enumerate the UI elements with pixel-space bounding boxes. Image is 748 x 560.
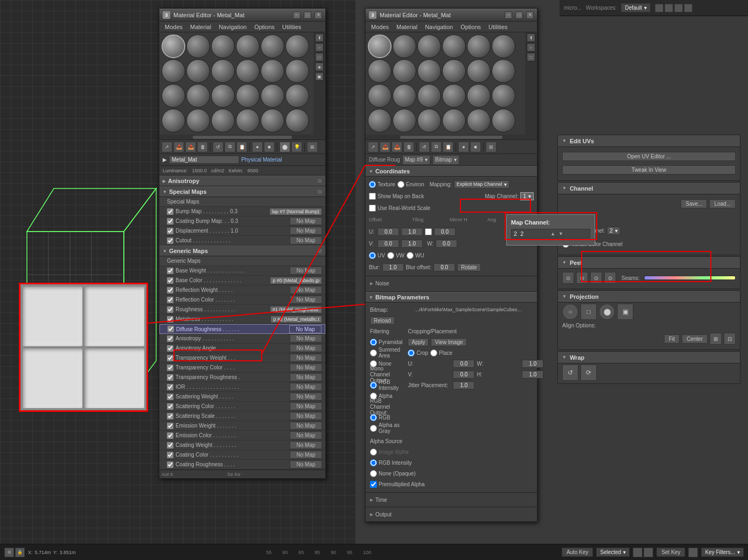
peel-icon-1[interactable]: ⊙ <box>562 272 574 284</box>
r-tb-pick[interactable]: ↗ <box>368 142 379 152</box>
tb-put-left[interactable]: 📤 <box>185 142 196 152</box>
wrap-icon-1[interactable]: ↺ <box>562 365 578 381</box>
summed-area-radio-label[interactable]: Summed Area <box>370 347 402 359</box>
diffuse-roughness-value[interactable]: No Map <box>289 325 321 333</box>
r-sphere-24[interactable] <box>492 109 515 132</box>
ch-popup-arrow-up[interactable]: ▲ <box>550 231 555 236</box>
reflection-color-value[interactable]: No Map <box>290 296 322 304</box>
auto-key-btn[interactable]: Auto Key <box>562 548 593 557</box>
r-sidebar-btn-2[interactable]: ○ <box>527 43 535 52</box>
base-color-check[interactable] <box>167 277 173 284</box>
key-filters-dropdown[interactable]: Key Filters... ▾ <box>701 548 744 557</box>
sphere-3[interactable] <box>211 34 235 58</box>
status-icon-2[interactable]: 🔒 <box>15 548 25 557</box>
map-channel-dropdown[interactable]: 1 ▾ <box>520 192 534 200</box>
scattering-weight-value[interactable]: No Map <box>290 393 322 401</box>
crop-u-input[interactable] <box>453 360 474 368</box>
map-number-dropdown[interactable]: Map #9 ▾ <box>402 155 430 165</box>
tb-box-left[interactable]: ■ <box>264 142 275 152</box>
sphere-scroll-left[interactable] <box>159 135 325 140</box>
sphere-22[interactable] <box>236 109 260 132</box>
environ-radio-label[interactable]: Environ <box>397 181 424 188</box>
real-world-label[interactable]: Use Real-World Scale <box>369 205 430 212</box>
sphere-4[interactable] <box>236 34 260 58</box>
tb-reset-left[interactable]: ↺ <box>213 142 223 152</box>
minimize-btn-right[interactable]: ─ <box>505 11 512 19</box>
proj-icon-flat[interactable]: ▣ <box>617 304 633 320</box>
r-sidebar-btn-1[interactable]: ⬆ <box>527 33 535 42</box>
u-tiling-input[interactable] <box>401 228 423 236</box>
tb-sphere-left[interactable]: ● <box>252 142 263 152</box>
crop-radio[interactable] <box>408 349 415 356</box>
transparency-roughness-check[interactable] <box>167 374 173 381</box>
fit-btn[interactable]: Fit <box>664 334 680 344</box>
ws-icon-3[interactable] <box>674 4 683 12</box>
status-icon-1[interactable]: ⊞ <box>4 548 14 557</box>
peel-header[interactable]: ▼ Peel <box>558 257 740 269</box>
scattering-color-check[interactable] <box>167 403 173 410</box>
scattering-weight-check[interactable] <box>167 394 173 400</box>
sphere-scroll-right[interactable] <box>366 135 537 140</box>
reflection-weight-check[interactable] <box>167 287 173 293</box>
noise-header[interactable]: ▶ Noise <box>370 278 533 288</box>
menu-modes-right[interactable]: Modes <box>368 23 392 31</box>
blur-offset-input[interactable] <box>434 263 455 271</box>
crop-radio-label[interactable]: Crop <box>408 349 428 356</box>
coating-bump-value[interactable]: No Map <box>290 217 322 225</box>
output-header[interactable]: ▶ Output <box>370 509 533 519</box>
r-sphere-6[interactable] <box>492 34 515 58</box>
bump-map-value[interactable]: lap #7 (Normal Bump) <box>269 208 322 215</box>
displacement-value[interactable]: No Map <box>290 227 322 235</box>
base-weight-value[interactable]: No Map <box>290 267 322 275</box>
sphere-16[interactable] <box>236 84 260 108</box>
anisotropy-param-value[interactable]: No Map <box>290 334 322 342</box>
r-sphere-17[interactable] <box>467 84 491 108</box>
section-special-maps[interactable]: ▼ Special Maps ⊟ <box>159 186 325 197</box>
uv-label[interactable]: UV <box>369 252 385 259</box>
image-alpha-radio[interactable] <box>370 449 377 456</box>
r-sphere-22[interactable] <box>442 109 466 132</box>
sphere-21[interactable] <box>211 109 235 132</box>
emission-color-value[interactable]: No Map <box>290 431 322 439</box>
transparency-weight-check[interactable] <box>167 355 173 361</box>
texture-radio-label[interactable]: Texture <box>369 181 395 188</box>
scattering-scale-check[interactable] <box>167 413 173 419</box>
menu-utilities-right[interactable]: Utilities <box>485 23 511 31</box>
wu-radio[interactable] <box>407 252 414 259</box>
w-input[interactable] <box>436 240 457 248</box>
cutout-value[interactable]: No Map <box>290 236 322 244</box>
ch-popup-arrow-down[interactable]: ▼ <box>558 231 563 236</box>
blur-input[interactable] <box>382 263 404 271</box>
map-type-dropdown[interactable]: Bitmap ▾ <box>432 155 459 165</box>
tb-bg-left[interactable]: ⬤ <box>279 142 290 152</box>
ior-check[interactable] <box>167 384 173 390</box>
coating-color-check[interactable] <box>167 452 173 458</box>
anisotropy-angle-value[interactable]: No Map <box>290 344 322 352</box>
r-sphere-4[interactable] <box>442 34 466 58</box>
anisotropy-param-check[interactable] <box>167 335 173 342</box>
r-sphere-9[interactable] <box>417 59 441 83</box>
r-tb-get[interactable]: 📥 <box>380 142 390 152</box>
premultiplied-check[interactable] <box>370 481 377 488</box>
jitter-input[interactable] <box>453 381 474 389</box>
r-tb-nav[interactable]: ⊞ <box>486 142 497 152</box>
base-weight-check[interactable] <box>167 268 173 274</box>
maximize-btn-left[interactable]: □ <box>304 11 311 19</box>
r-sphere-11[interactable] <box>467 59 491 83</box>
r-tb-paste[interactable]: 📋 <box>443 142 453 152</box>
emission-color-check[interactable] <box>167 432 173 439</box>
emission-weight-check[interactable] <box>167 423 173 429</box>
coating-color-value[interactable]: No Map <box>290 451 322 459</box>
r-sphere-20[interactable] <box>393 109 416 132</box>
sidebar-btn-2[interactable]: ○ <box>315 43 324 52</box>
roughness-value[interactable]: #1 (Metal_roughness. <box>270 306 322 313</box>
edit-uvs-header[interactable]: ▼ Edit UVs <box>558 135 740 147</box>
sphere-1[interactable] <box>162 34 185 58</box>
real-world-check[interactable] <box>369 205 376 212</box>
tb-nav1-left[interactable]: ⊞ <box>307 142 318 152</box>
sphere-17[interactable] <box>261 84 284 108</box>
r-sphere-3[interactable] <box>417 34 441 58</box>
sphere-9[interactable] <box>211 59 235 83</box>
ior-value[interactable]: No Map <box>290 383 322 391</box>
r-tb-reset[interactable]: ↺ <box>419 142 430 152</box>
